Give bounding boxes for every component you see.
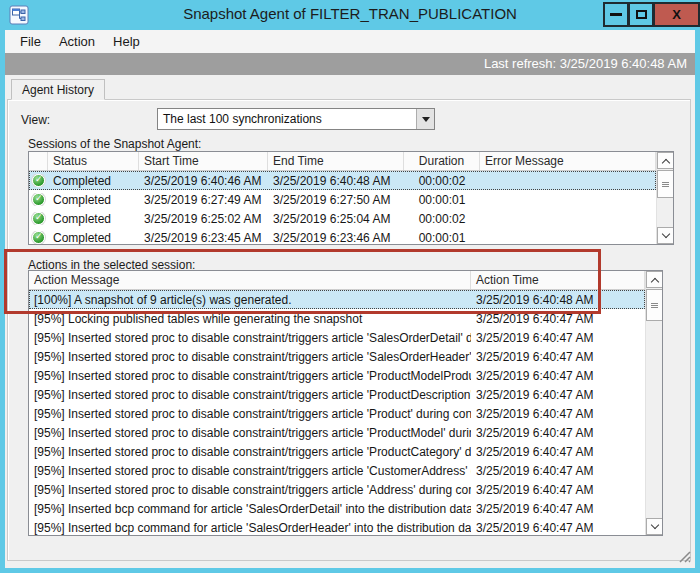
scroll-down-button[interactable] [657,227,674,244]
actions-list-body: Action Message Action Time [100%] A snap… [29,271,645,535]
menu-file[interactable]: File [11,32,50,51]
action-time: 3/25/2019 6:40:47 AM [471,426,645,440]
action-row[interactable]: [95%] Inserted bcp command for article '… [29,499,645,518]
action-time: 3/25/2019 6:40:47 AM [471,502,645,516]
action-message: [95%] Inserted stored proc to disable co… [29,331,471,345]
completed-check-icon [32,193,45,206]
scroll-up-button[interactable] [657,152,674,169]
sessions-rows: Completed3/25/2019 6:40:46 AM3/25/2019 6… [29,171,656,244]
session-duration: 00:00:02 [404,174,480,188]
action-row[interactable]: [100%] A snapshot of 9 article(s) was ge… [29,290,645,309]
action-row[interactable]: [95%] Inserted stored proc to disable co… [29,442,645,461]
session-duration: 00:00:02 [404,212,480,226]
maximize-button[interactable] [628,2,654,27]
menu-help[interactable]: Help [104,32,149,51]
action-message: [95%] Inserted stored proc to disable co… [29,350,471,364]
action-row[interactable]: [95%] Inserted stored proc to disable co… [29,423,645,442]
window-title: Snapshot Agent of FILTER_TRAN_PUBLICATIO… [0,5,700,22]
status-bar: Last refresh: 3/25/2019 6:40:48 AM [5,53,695,75]
action-message: [95%] Inserted stored proc to disable co… [29,464,471,478]
column-header-start-time[interactable]: Start Time [139,152,268,170]
sessions-header: Status Start Time End Time Duration Erro… [29,152,656,171]
session-end-time: 3/25/2019 6:27:50 AM [268,193,404,207]
title-bar[interactable]: Snapshot Agent of FILTER_TRAN_PUBLICATIO… [0,0,700,30]
action-row[interactable]: [95%] Inserted stored proc to disable co… [29,366,645,385]
column-header-action-time[interactable]: Action Time [471,271,645,289]
chevron-down-icon [422,117,430,122]
action-row[interactable]: [95%] Inserted stored proc to disable co… [29,480,645,499]
grip-icon [651,303,658,308]
actions-rows: [100%] A snapshot of 9 article(s) was ge… [29,290,645,535]
menu-bar: File Action Help [5,30,695,53]
column-header-duration[interactable]: Duration [404,152,480,170]
scrollbar-thumb[interactable] [646,289,663,321]
action-message: [95%] Inserted stored proc to disable co… [29,369,471,383]
scroll-up-button[interactable] [646,271,663,288]
action-time: 3/25/2019 6:40:47 AM [471,312,645,326]
action-time: 3/25/2019 6:40:47 AM [471,483,645,497]
session-row[interactable]: Completed3/25/2019 6:25:02 AM3/25/2019 6… [29,209,656,228]
action-message: [95%] Inserted stored proc to disable co… [29,445,471,459]
action-time: 3/25/2019 6:40:47 AM [471,350,645,364]
chevron-up-icon [650,277,658,285]
column-header-action-message[interactable]: Action Message [29,271,471,289]
sessions-scrollbar[interactable] [656,152,673,244]
column-header-end-time[interactable]: End Time [268,152,404,170]
session-row[interactable]: Completed3/25/2019 6:27:49 AM3/25/2019 6… [29,190,656,209]
session-duration: 00:00:01 [404,231,480,245]
action-row[interactable]: [95%] Locking published tables while gen… [29,309,645,328]
menu-action[interactable]: Action [50,32,104,51]
sessions-label: Sessions of the Snapshot Agent: [28,137,201,151]
session-end-time: 3/25/2019 6:25:04 AM [268,212,404,226]
column-header-status[interactable]: Status [48,152,139,170]
action-time: 3/25/2019 6:40:47 AM [471,445,645,459]
session-start-time: 3/25/2019 6:40:46 AM [139,174,268,188]
action-row[interactable]: [95%] Inserted bcp command for article '… [29,518,645,535]
chevron-down-icon [650,520,658,528]
view-combobox-dropdown-button[interactable] [416,109,434,129]
close-icon: X [672,7,681,22]
actions-header: Action Message Action Time [29,271,645,290]
sessions-list: Status Start Time End Time Duration Erro… [28,151,674,245]
column-header-error-message[interactable]: Error Message [480,152,656,170]
action-row[interactable]: [95%] Inserted stored proc to disable co… [29,385,645,404]
session-status: Completed [48,212,139,226]
action-time: 3/25/2019 6:40:47 AM [471,369,645,383]
column-header-icon[interactable] [29,152,48,170]
session-status-cell [29,231,48,244]
resize-grip[interactable] [677,549,691,563]
action-time: 3/25/2019 6:40:48 AM [471,293,645,307]
action-row[interactable]: [95%] Inserted stored proc to disable co… [29,328,645,347]
action-message: [95%] Inserted bcp command for article '… [29,521,471,535]
action-message: [100%] A snapshot of 9 article(s) was ge… [29,293,471,307]
sessions-list-body: Status Start Time End Time Duration Erro… [29,152,656,244]
scrollbar-thumb[interactable] [657,170,674,198]
session-start-time: 3/25/2019 6:27:49 AM [139,193,268,207]
view-label: View: [21,113,50,127]
session-row[interactable]: Completed3/25/2019 6:40:46 AM3/25/2019 6… [29,171,656,190]
minimize-button[interactable] [603,2,629,27]
action-row[interactable]: [95%] Inserted stored proc to disable co… [29,404,645,423]
action-row[interactable]: [95%] Inserted stored proc to disable co… [29,347,645,366]
maximize-icon [636,10,647,19]
close-button[interactable]: X [653,2,700,27]
session-row[interactable]: Completed3/25/2019 6:23:45 AM3/25/2019 6… [29,228,656,244]
action-time: 3/25/2019 6:40:47 AM [471,464,645,478]
action-message: [95%] Locking published tables while gen… [29,312,471,326]
actions-scrollbar[interactable] [645,271,662,535]
chevron-up-icon [661,158,669,166]
chevron-down-icon [661,229,669,237]
scroll-down-button[interactable] [646,518,663,535]
last-refresh-text: Last refresh: 3/25/2019 6:40:48 AM [484,56,687,71]
view-combobox[interactable]: The last 100 synchronizations [157,108,435,130]
session-status-cell [29,174,48,187]
session-start-time: 3/25/2019 6:23:45 AM [139,231,268,245]
completed-check-icon [32,231,45,244]
action-message: [95%] Inserted stored proc to disable co… [29,426,471,440]
action-time: 3/25/2019 6:40:47 AM [471,407,645,421]
action-message: [95%] Inserted stored proc to disable co… [29,407,471,421]
actions-list: Action Message Action Time [100%] A snap… [28,270,663,536]
action-row[interactable]: [95%] Inserted stored proc to disable co… [29,461,645,480]
tab-agent-history[interactable]: Agent History [11,79,105,100]
action-time: 3/25/2019 6:40:47 AM [471,331,645,345]
